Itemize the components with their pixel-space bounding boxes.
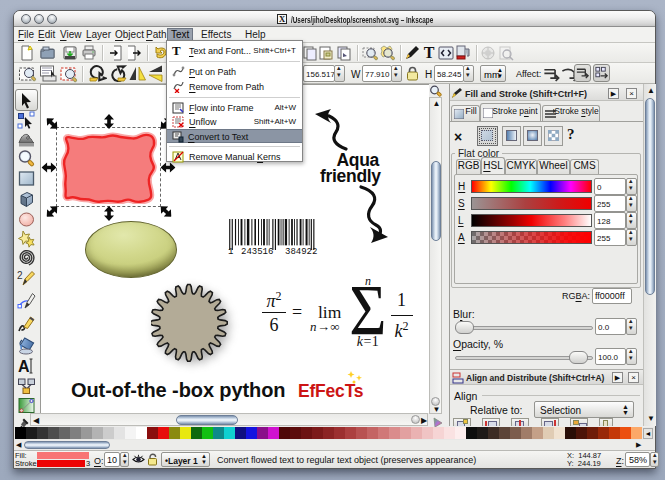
svg-text:2: 2 [17, 270, 23, 281]
svg-text:A: A [18, 358, 30, 375]
